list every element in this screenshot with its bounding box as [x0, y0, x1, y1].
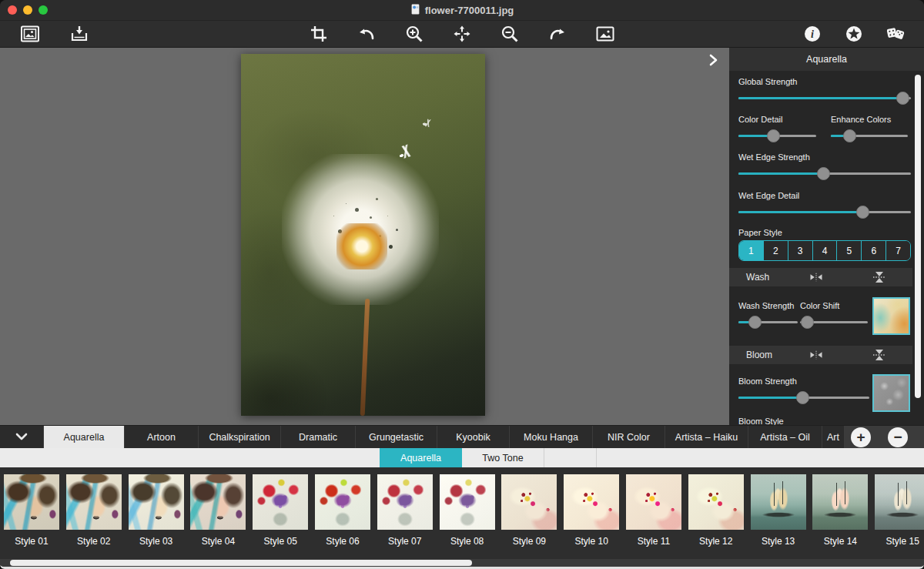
zoom-in-icon[interactable]	[404, 24, 424, 44]
export-save-icon[interactable]	[69, 24, 89, 44]
bloom-strength-slider[interactable]	[738, 391, 869, 404]
enhance-colors-slider[interactable]	[831, 129, 908, 142]
tab-dramatic[interactable]: Dramatic	[281, 426, 356, 448]
flip-horizontal-icon[interactable]	[809, 349, 823, 363]
style-thumbnail[interactable]	[315, 474, 370, 530]
add-style-button[interactable]: +	[851, 427, 871, 447]
style-item[interactable]: Style 15	[875, 474, 924, 559]
style-item[interactable]: Style 04	[190, 474, 246, 559]
titlebar: flower-7700011.jpg	[0, 0, 924, 21]
redo-icon[interactable]	[547, 24, 567, 44]
style-item[interactable]: Style 11	[626, 474, 681, 559]
style-item[interactable]: Style 13	[751, 474, 806, 559]
tab-kyoobik[interactable]: Kyoobik	[437, 426, 510, 448]
bloom-texture-swatch[interactable]	[872, 374, 910, 412]
wash-strength-slider[interactable]	[738, 316, 798, 329]
style-item[interactable]: Style 12	[688, 474, 744, 559]
paper-style-option-3[interactable]: 3	[788, 241, 813, 260]
style-thumbnail[interactable]	[377, 474, 433, 530]
style-thumbnail[interactable]	[253, 474, 308, 530]
style-thumbnail[interactable]	[626, 474, 681, 530]
style-thumbnail[interactable]	[190, 474, 246, 530]
paper-style-option-1[interactable]: 1	[739, 241, 764, 260]
style-thumbnail[interactable]	[812, 474, 868, 530]
tab-aquarella[interactable]: Aquarella	[44, 426, 125, 448]
flip-horizontal-icon[interactable]	[809, 271, 823, 286]
paper-style-option-2[interactable]: 2	[764, 241, 788, 260]
slider-knob[interactable]	[856, 206, 869, 219]
pan-move-icon[interactable]	[452, 24, 472, 44]
enhance-colors-label: Enhance Colors	[831, 115, 908, 124]
tab-grungetastic[interactable]: Grungetastic	[356, 426, 437, 448]
info-icon[interactable]: i	[802, 24, 822, 44]
wet-edge-strength-slider[interactable]	[738, 167, 911, 180]
style-thumbnail-strip: Style 01 Style 02 Style 03 Style 04 Styl…	[0, 467, 924, 559]
global-strength-slider[interactable]	[738, 92, 911, 105]
tab-truncated[interactable]: Art	[822, 426, 845, 448]
slider-knob[interactable]	[896, 92, 909, 105]
slider-knob[interactable]	[767, 129, 780, 142]
bloom-strength-label: Bloom Strength	[738, 377, 869, 386]
style-item[interactable]: Style 03	[129, 474, 184, 559]
style-thumbnail[interactable]	[875, 474, 924, 530]
style-thumbnail[interactable]	[688, 474, 744, 530]
style-thumbnail[interactable]	[4, 474, 59, 530]
tab-chalkspiration[interactable]: Chalkspiration	[199, 426, 281, 448]
slider-knob[interactable]	[843, 129, 856, 142]
style-strip-scroll-track[interactable]	[0, 559, 924, 567]
flip-vertical-icon[interactable]	[872, 271, 886, 286]
style-item[interactable]: Style 10	[564, 474, 619, 559]
wash-texture-swatch[interactable]	[872, 297, 910, 335]
slider-knob[interactable]	[796, 391, 809, 404]
crop-icon[interactable]	[309, 24, 329, 44]
paper-style-option-6[interactable]: 6	[862, 241, 886, 260]
toolbar-center-group	[309, 24, 615, 44]
settings-icon[interactable]	[844, 24, 864, 44]
tab-artoon[interactable]: Artoon	[125, 426, 199, 448]
undo-icon[interactable]	[357, 24, 377, 44]
wash-section-header: Wash	[729, 268, 912, 286]
preview-image-icon[interactable]	[595, 24, 615, 44]
style-thumbnail[interactable]	[129, 474, 184, 530]
paper-style-option-5[interactable]: 5	[837, 241, 862, 260]
style-item[interactable]: Style 09	[501, 474, 557, 559]
remove-style-button[interactable]: −	[888, 427, 908, 447]
slider-knob[interactable]	[817, 167, 830, 180]
color-detail-slider[interactable]	[738, 129, 816, 142]
panel-collapse-button[interactable]	[705, 52, 721, 69]
document-icon	[410, 3, 420, 18]
color-detail-control: Color Detail	[738, 115, 816, 142]
collapse-strip-button[interactable]	[0, 426, 44, 448]
style-item[interactable]: Style 01	[4, 474, 59, 559]
style-item[interactable]: Style 02	[66, 474, 122, 559]
tab-artista-haiku[interactable]: Artista – Haiku	[665, 426, 748, 448]
style-thumbnail[interactable]	[440, 474, 495, 530]
style-strip-scroll-thumb[interactable]	[10, 560, 472, 566]
wet-edge-strength-control: Wet Edge Strength	[738, 152, 911, 180]
style-item[interactable]: Style 07	[377, 474, 433, 559]
style-thumbnail[interactable]	[751, 474, 806, 530]
style-thumbnail[interactable]	[564, 474, 619, 530]
panel-scrollbar[interactable]	[915, 75, 921, 398]
style-item[interactable]: Style 06	[315, 474, 370, 559]
style-item[interactable]: Style 08	[440, 474, 495, 559]
randomize-dice-icon[interactable]	[886, 24, 906, 44]
tab-moku-hanga[interactable]: Moku Hanga	[510, 426, 593, 448]
color-shift-slider[interactable]	[800, 316, 868, 329]
style-item[interactable]: Style 14	[812, 474, 868, 559]
paper-style-option-7[interactable]: 7	[886, 241, 910, 260]
style-thumbnail[interactable]	[66, 474, 122, 530]
tab-artista-oil[interactable]: Artista – Oil	[748, 426, 822, 448]
flip-vertical-icon[interactable]	[872, 349, 886, 363]
slider-knob[interactable]	[801, 316, 814, 329]
open-image-icon[interactable]	[20, 24, 40, 44]
style-thumbnail[interactable]	[501, 474, 557, 530]
tab-nir-color[interactable]: NIR Color	[593, 426, 665, 448]
zoom-out-icon[interactable]	[500, 24, 520, 44]
slider-knob[interactable]	[748, 316, 762, 329]
subtab-two-tone[interactable]: Two Tone	[462, 448, 544, 467]
style-item[interactable]: Style 05	[253, 474, 308, 559]
subtab-aquarella[interactable]: Aquarella	[380, 448, 462, 467]
paper-style-option-4[interactable]: 4	[813, 241, 838, 260]
wet-edge-detail-slider[interactable]	[738, 206, 911, 219]
